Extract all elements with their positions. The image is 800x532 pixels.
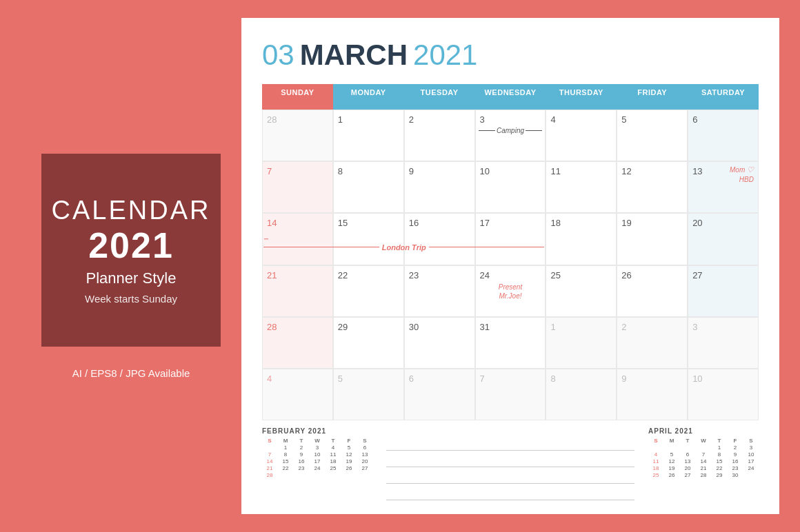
day-header-saturday: SATURDAY <box>688 84 759 110</box>
camping-event: Camping <box>476 127 546 134</box>
cal-year: 2021 <box>413 39 477 72</box>
note-line-3 <box>386 471 634 484</box>
title-year: 2021 <box>88 226 174 265</box>
day-cell-w6-wed: 7 <box>475 369 546 420</box>
day-header-thursday: THURSDAY <box>546 84 617 110</box>
present-event: PresentMr.Joe! <box>480 283 541 300</box>
day-cell-w5-wed: 31 <box>475 317 546 369</box>
cal-grid: SUNDAY MONDAY TUESDAY WEDNESDAY THURSDAY… <box>262 84 759 420</box>
day-cell-w6-mon: 5 <box>333 369 404 420</box>
day-cell-w2-thu: 11 <box>546 161 617 213</box>
mini-feb: FEBRUARY 2021 S M T W T F S 1 2 3 4 5 6 <box>262 427 372 478</box>
left-dark-box: CALENDAR 2021 Planner Style Week starts … <box>41 154 221 347</box>
day-cell-w1-tue: 2 <box>404 110 475 161</box>
mini-feb-grid: S M T W T F S 1 2 3 4 5 6 7 <box>262 438 372 478</box>
day-cell-w1-mon: 1 <box>333 110 404 161</box>
day-cell-w2-wed: 10 <box>475 161 546 213</box>
cal-month-num: 03 <box>262 39 294 72</box>
day-cell-w1-wed: 3 Camping <box>475 110 546 161</box>
title-calendar: CALENDAR <box>52 195 211 227</box>
day-cell-w5-sun: 28 <box>262 317 333 369</box>
mini-apr: APRIL 2021 S M T W T F S 1 2 3 <box>648 427 759 478</box>
bottom-section: FEBRUARY 2021 S M T W T F S 1 2 3 4 5 6 <box>262 427 759 500</box>
cal-month-name: MARCH <box>300 39 408 72</box>
day-cell-w3-tue: 16 <box>404 213 475 265</box>
day-cell-w5-mon: 29 <box>333 317 404 369</box>
day-header-friday: FRIDAY <box>617 84 688 110</box>
day-cell-w3-fri: 19 <box>617 213 688 265</box>
day-cell-w2-mon: 8 <box>333 161 404 213</box>
day-cell-w3-thu: 18 <box>546 213 617 265</box>
note-line-4 <box>386 488 634 500</box>
cal-header: 03 MARCH 2021 <box>262 39 759 72</box>
note-line-1 <box>386 438 634 451</box>
mini-feb-title: FEBRUARY 2021 <box>262 427 372 435</box>
day-cell-w2-fri: 12 <box>617 161 688 213</box>
day-cell-w6-fri: 9 <box>617 369 688 420</box>
day-cell-w6-sat: 10 <box>688 369 759 420</box>
note-line-2 <box>386 455 634 467</box>
day-cell-w5-sat: 3 <box>688 317 759 369</box>
day-cell-w5-tue: 30 <box>404 317 475 369</box>
day-cell-w1-sun: 28 <box>262 110 333 161</box>
day-cell-w5-fri: 2 <box>617 317 688 369</box>
day-cell-w1-thu: 4 <box>546 110 617 161</box>
mini-apr-title: APRIL 2021 <box>648 427 759 435</box>
main-container: CALENDAR 2021 Planner Style Week starts … <box>21 18 779 514</box>
day-cell-w6-sun: 4 <box>262 369 333 420</box>
day-cell-w4-tue: 23 <box>404 265 475 317</box>
day-cell-w4-sat: 27 <box>688 265 759 317</box>
day-cell-w2-sun: 7 <box>262 161 333 213</box>
day-cell-w6-thu: 8 <box>546 369 617 420</box>
day-cell-w1-sat: 6 <box>688 110 759 161</box>
day-header-monday: MONDAY <box>333 84 404 110</box>
day-header-tuesday: TUESDAY <box>404 84 475 110</box>
day-header-wednesday: WEDNESDAY <box>475 84 546 110</box>
notes-section <box>379 427 641 500</box>
left-bottom-text: AI / EPS8 / JPG Available <box>72 367 190 379</box>
calendar-panel: 03 MARCH 2021 SUNDAY MONDAY TUESDAY WEDN… <box>241 18 779 514</box>
day-cell-w4-thu: 25 <box>546 265 617 317</box>
title-planner: Planner Style <box>86 269 177 287</box>
day-header-sunday: SUNDAY <box>262 84 333 110</box>
day-cell-w2-tue: 9 <box>404 161 475 213</box>
day-cell-w4-fri: 26 <box>617 265 688 317</box>
day-cell-w1-fri: 5 <box>617 110 688 161</box>
day-cell-w4-sun: 21 <box>262 265 333 317</box>
day-cell-w4-mon: 22 <box>333 265 404 317</box>
left-panel: CALENDAR 2021 Planner Style Week starts … <box>21 18 241 514</box>
day-cell-w3-sun: 14 <box>262 213 333 265</box>
mom-hbd: Mom ♡ HBD <box>730 165 754 183</box>
day-cell-w3-wed: 17 <box>475 213 546 265</box>
day-cell-w5-thu: 1 <box>546 317 617 369</box>
day-cell-w4-wed: 24 PresentMr.Joe! <box>475 265 546 317</box>
mini-apr-grid: S M T W T F S 1 2 3 4 5 <box>648 438 759 478</box>
day-cell-w6-tue: 6 <box>404 369 475 420</box>
day-cell-w3-mon: 15 <box>333 213 404 265</box>
title-week: Week starts Sunday <box>85 293 177 305</box>
day-cell-w2-sat: 13 Mom ♡ HBD <box>688 161 759 213</box>
day-cell-w3-sat: 20 <box>688 213 759 265</box>
